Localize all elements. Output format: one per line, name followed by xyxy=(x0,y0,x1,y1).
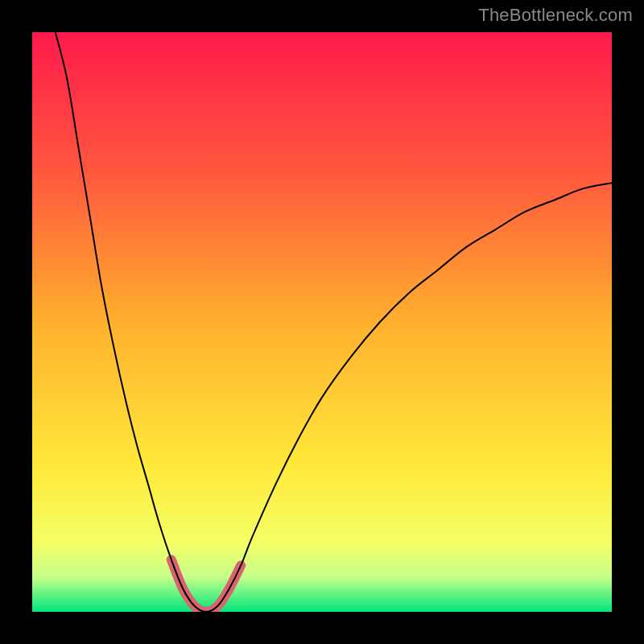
plot-area xyxy=(32,32,612,612)
chart-svg xyxy=(32,32,612,612)
chart-frame: TheBottleneck.com xyxy=(0,0,644,644)
watermark-text: TheBottleneck.com xyxy=(478,5,633,26)
gradient-background xyxy=(32,32,612,612)
